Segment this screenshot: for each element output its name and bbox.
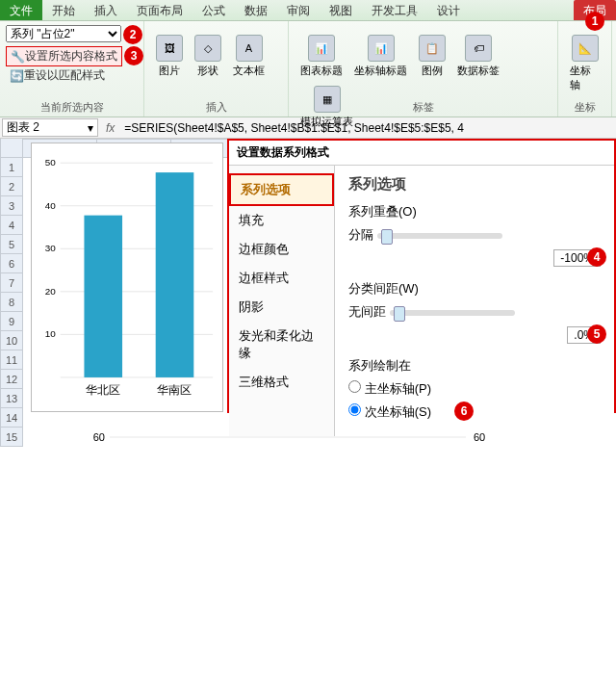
side-border-style[interactable]: 边框样式 — [229, 264, 334, 293]
row-header[interactable]: 5 — [0, 235, 23, 254]
side-border-color[interactable]: 边框颜色 — [229, 235, 334, 264]
tab-developer[interactable]: 开发工具 — [362, 0, 427, 20]
embedded-chart-1[interactable]: 50 40 30 20 10 华北区 华南区 — [31, 143, 223, 412]
tab-review[interactable]: 审阅 — [277, 0, 320, 20]
embedded-chart-2[interactable]: 60 50 40 30 20 60 50 40 30 20 — [27, 428, 616, 447]
svg-text:40: 40 — [45, 200, 56, 211]
reset-style-button[interactable]: 🔄 重设以匹配样式 — [6, 66, 109, 85]
svg-text:50: 50 — [45, 157, 56, 168]
axis-title-button[interactable]: 📊坐标轴标题 — [348, 31, 413, 82]
insert-textbox-button[interactable]: A文本框 — [227, 31, 270, 82]
chart1-bar-1[interactable] — [84, 216, 122, 377]
row-header[interactable]: 11 — [0, 350, 23, 370]
badge-5: 5 — [587, 324, 606, 344]
row-header[interactable]: 7 — [0, 273, 23, 293]
row-header[interactable]: 4 — [0, 216, 23, 235]
badge-6: 6 — [454, 402, 474, 421]
axis-title-icon: 📊 — [368, 35, 395, 62]
data-labels-icon: 🏷 — [465, 35, 492, 62]
select-all-corner[interactable] — [0, 139, 23, 158]
side-3d[interactable]: 三维格式 — [229, 368, 334, 397]
ribbon-group-selection: 当前所选内容 — [0, 100, 143, 115]
row-header[interactable]: 15 — [0, 428, 23, 447]
badge-2: 2 — [123, 25, 142, 44]
svg-text:60: 60 — [474, 431, 485, 443]
row-header[interactable]: 3 — [0, 196, 23, 216]
formula-input[interactable]: =SERIES(Sheet4!$A$5, Sheet4!$B$1:$E$1, S… — [120, 121, 616, 135]
secondary-axis-radio[interactable] — [348, 403, 361, 416]
tab-insert[interactable]: 插入 — [85, 0, 127, 20]
overlap-left-label: 分隔 — [348, 227, 373, 242]
chevron-down-icon: ▾ — [88, 121, 93, 135]
row-header[interactable]: 13 — [0, 389, 23, 408]
badge-3: 3 — [124, 46, 143, 65]
dialog-sidebar: 系列选项 填充 边框颜色 边框样式 阴影 发光和柔化边缘 三维格式 — [229, 166, 335, 436]
svg-text:60: 60 — [93, 431, 105, 443]
picture-icon: 🖼 — [156, 35, 183, 62]
tab-page-layout[interactable]: 页面布局 — [127, 0, 192, 20]
ribbon-group-labels: 标签 — [289, 100, 557, 115]
svg-text:10: 10 — [45, 328, 56, 339]
row-header[interactable]: 6 — [0, 254, 23, 273]
ribbon-group-axes: 坐标 — [558, 100, 611, 115]
chart-title-button[interactable]: 📊图表标题 — [295, 31, 348, 82]
chart-element-selector[interactable]: 系列 "占位2" — [6, 25, 121, 42]
legend-icon: 📋 — [419, 35, 446, 62]
row-header[interactable]: 1 — [0, 158, 23, 177]
chart1-bar-2[interactable] — [156, 172, 194, 377]
tab-view[interactable]: 视图 — [320, 0, 362, 20]
svg-text:华北区: 华北区 — [86, 383, 120, 397]
spreadsheet-grid: 1 2 3 4 5 6 7 8 9 10 11 12 13 14 15 A B … — [0, 139, 616, 447]
row-header[interactable]: 2 — [0, 177, 23, 196]
chart-title-icon: 📊 — [308, 35, 335, 62]
format-data-series-dialog: 设置数据系列格式 系列选项 填充 边框颜色 边框样式 阴影 发光和柔化边缘 三维… — [227, 139, 616, 413]
axes-icon: 📐 — [572, 35, 599, 62]
insert-shapes-button[interactable]: ◇形状 — [189, 31, 227, 82]
ribbon: 1 系列 "占位2" 2 🔧 设置所选内容格式 3 🔄 重设以匹配样式 当前所选… — [0, 21, 616, 117]
row-header[interactable]: 9 — [0, 312, 23, 331]
legend-button[interactable]: 📋图例 — [413, 31, 451, 82]
ribbon-tabs: 文件 开始 插入 页面布局 公式 数据 审阅 视图 开发工具 设计 布局 — [0, 0, 616, 21]
primary-axis-radio[interactable] — [348, 380, 361, 393]
overlap-label: 系列重叠(O) — [348, 203, 601, 220]
gap-label: 分类间距(W) — [348, 280, 601, 298]
plot-on-label: 系列绘制在 — [348, 357, 601, 375]
insert-picture-button[interactable]: 🖼图片 — [150, 31, 189, 82]
tab-data[interactable]: 数据 — [235, 0, 277, 20]
ribbon-group-insert: 插入 — [144, 100, 288, 115]
textbox-icon: A — [236, 35, 263, 62]
tab-design[interactable]: 设计 — [427, 0, 470, 20]
secondary-axis-label: 次坐标轴(S) — [365, 404, 431, 419]
side-shadow[interactable]: 阴影 — [229, 293, 334, 322]
row-header[interactable]: 8 — [0, 293, 23, 312]
fx-label[interactable]: fx — [100, 121, 120, 135]
svg-text:华南区: 华南区 — [158, 383, 192, 397]
data-labels-button[interactable]: 🏷数据标签 — [451, 31, 505, 82]
shapes-icon: ◇ — [194, 35, 221, 62]
tab-home[interactable]: 开始 — [42, 0, 85, 20]
primary-axis-label: 主坐标轴(P) — [365, 381, 431, 396]
svg-text:30: 30 — [45, 243, 56, 253]
badge-4: 4 — [587, 247, 606, 267]
side-fill[interactable]: 填充 — [229, 206, 334, 235]
dialog-title: 设置数据系列格式 — [229, 141, 614, 166]
gap-left-label: 无间距 — [348, 304, 386, 319]
row-header[interactable]: 14 — [0, 408, 23, 428]
svg-text:20: 20 — [45, 286, 56, 297]
dialog-heading: 系列选项 — [348, 175, 601, 194]
row-header[interactable]: 10 — [0, 331, 23, 350]
tab-formulas[interactable]: 公式 — [192, 0, 235, 20]
tab-file[interactable]: 文件 — [0, 0, 42, 20]
axes-button[interactable]: 📐坐标轴 — [564, 31, 605, 96]
side-series-options[interactable]: 系列选项 — [229, 173, 334, 206]
row-header[interactable]: 12 — [0, 370, 23, 389]
side-glow[interactable]: 发光和柔化边缘 — [229, 322, 334, 368]
format-selection-button[interactable]: 🔧 设置所选内容格式 — [6, 46, 122, 66]
overlap-slider[interactable] — [377, 233, 502, 239]
name-box[interactable]: 图表 2▾ — [2, 118, 98, 137]
gap-slider[interactable] — [390, 310, 515, 316]
